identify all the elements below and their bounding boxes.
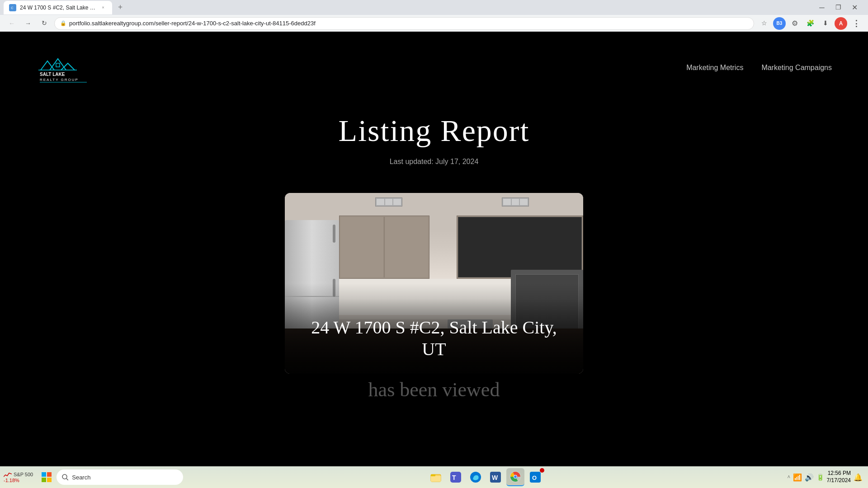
svg-rect-8 (47, 472, 52, 477)
taskbar-search[interactable]: Search (57, 469, 183, 485)
back-button[interactable]: ← (5, 17, 18, 30)
svg-rect-14 (431, 476, 441, 482)
clock-time: 12:56 PM (827, 470, 851, 477)
tab-close-button[interactable]: × (99, 4, 107, 11)
show-hidden-button[interactable]: ^ (788, 474, 790, 481)
listing-report-title: Listing Report (339, 113, 530, 149)
minimize-button[interactable]: ─ (816, 1, 828, 14)
taskbar: S&P 500 -1.18% Search (0, 466, 868, 488)
svg-text:O: O (532, 474, 537, 481)
taskbar-outlook[interactable]: O (526, 468, 544, 486)
property-address: 24 W 1700 S #C2, Salt Lake City, UT (298, 317, 570, 360)
system-clock[interactable]: 12:56 PM 7/17/2024 (827, 470, 851, 484)
search-label: Search (72, 474, 90, 481)
menu-button[interactable]: ⋮ (850, 17, 863, 30)
tab-title: 24 W 1700 S #C2, Salt Lake Cit... (20, 5, 96, 11)
address-bar[interactable]: 🔒 portfolio.saltlakerealtygroup.com/sell… (54, 17, 754, 30)
stock-ticker: S&P 500 -1.18% (4, 471, 33, 483)
search-icon (62, 474, 68, 480)
new-tab-button[interactable]: + (114, 1, 127, 14)
notification-button[interactable]: 🔔 (854, 473, 863, 482)
extensions-button[interactable]: 🧩 (804, 17, 816, 30)
network-icon[interactable]: 📶 (793, 473, 802, 482)
stock-chart-icon (4, 471, 12, 478)
logo-container: SALT LAKE REALTY GROUP (36, 50, 90, 86)
bookmark-button[interactable]: ☆ (758, 17, 770, 30)
site-nav: SALT LAKE REALTY GROUP Marketing Metrics… (0, 32, 868, 104)
taskbar-file-manager[interactable] (427, 468, 445, 486)
svg-text:REALTY GROUP: REALTY GROUP (40, 78, 79, 82)
taskbar-chrome[interactable] (506, 468, 524, 486)
svg-text:T: T (452, 474, 456, 481)
tab-bar: C 24 W 1700 S #C2, Salt Lake Cit... × + … (0, 0, 868, 15)
svg-text:W: W (492, 474, 498, 481)
marketing-campaigns-link[interactable]: Marketing Campaigns (761, 64, 832, 72)
address-text: portfolio.saltlakerealtygroup.com/seller… (69, 20, 316, 27)
svg-rect-7 (42, 472, 46, 477)
reload-button[interactable]: ↻ (38, 17, 51, 30)
profile-button[interactable]: A (835, 17, 847, 30)
nav-actions: ☆ B3 ⚙ 🧩 ⬇ A ⋮ (758, 17, 863, 30)
taskbar-word[interactable]: W (486, 468, 505, 486)
nav-bar: ← → ↻ 🔒 portfolio.saltlakerealtygroup.co… (0, 15, 868, 32)
marketing-metrics-link[interactable]: Marketing Metrics (686, 64, 743, 72)
nav-links: Marketing Metrics Marketing Campaigns (686, 64, 832, 72)
viewed-text: has been viewed (368, 379, 500, 401)
taskbar-apps: T W (185, 468, 786, 486)
clock-date: 7/17/2024 (827, 477, 851, 484)
property-image-container: 24 W 1700 S #C2, Salt Lake City, UT (285, 193, 583, 374)
close-window-button[interactable]: ✕ (848, 1, 861, 14)
taskbar-edge[interactable] (467, 468, 485, 486)
svg-rect-15 (431, 474, 435, 476)
lock-icon: 🔒 (60, 20, 66, 26)
svg-rect-9 (42, 478, 46, 482)
svg-point-24 (514, 475, 517, 478)
windows-logo-icon (41, 472, 52, 483)
active-tab[interactable]: C 24 W 1700 S #C2, Salt Lake Cit... × (4, 1, 112, 14)
taskbar-teams[interactable]: T (447, 468, 465, 486)
logo-svg: SALT LAKE REALTY GROUP (36, 50, 90, 86)
start-button[interactable] (38, 469, 55, 485)
website: SALT LAKE REALTY GROUP Marketing Metrics… (0, 32, 868, 452)
restore-button[interactable]: ❐ (832, 1, 844, 14)
system-tray: ^ 📶 🔊 🔋 12:56 PM 7/17/2024 🔔 (788, 470, 863, 484)
browser-chrome: C 24 W 1700 S #C2, Salt Lake Cit... × + … (0, 0, 868, 32)
stock-name: S&P 500 (14, 472, 33, 477)
tab-favicon: C (9, 4, 16, 11)
forward-button[interactable]: → (22, 17, 34, 30)
download-button[interactable]: ⬇ (819, 17, 832, 30)
svg-text:SALT LAKE: SALT LAKE (40, 72, 65, 77)
volume-icon[interactable]: 🔊 (805, 473, 814, 482)
extension-b38-button[interactable]: B3 (773, 17, 786, 30)
svg-line-12 (66, 479, 68, 480)
extension-icon[interactable]: ⚙ (788, 17, 801, 30)
svg-rect-2 (56, 63, 60, 67)
battery-icon[interactable]: 🔋 (816, 474, 824, 481)
svg-point-11 (62, 474, 67, 479)
svg-text:C: C (11, 6, 14, 10)
taskbar-right: ^ 📶 🔊 🔋 12:56 PM 7/17/2024 🔔 (788, 470, 864, 484)
svg-rect-10 (47, 478, 52, 482)
stock-change: -1.18% (4, 478, 19, 483)
property-address-overlay: 24 W 1700 S #C2, Salt Lake City, UT (285, 299, 583, 374)
last-updated-text: Last updated: July 17, 2024 (390, 158, 479, 166)
